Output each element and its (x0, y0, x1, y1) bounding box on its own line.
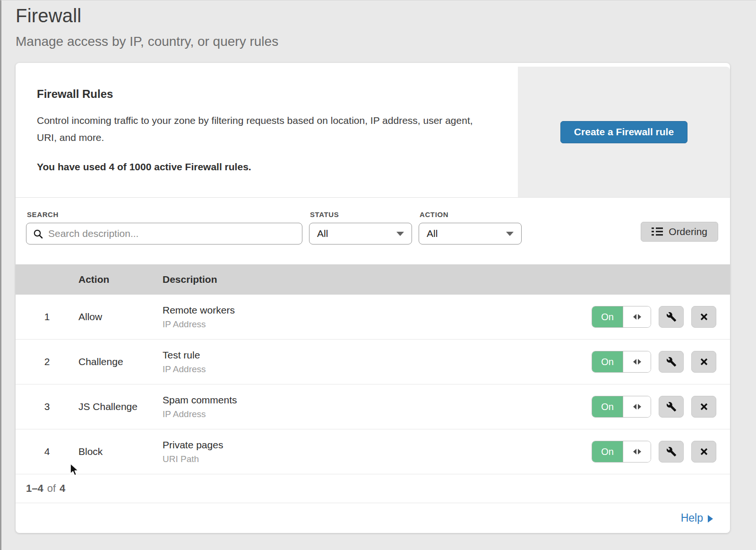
firewall-rules-card: Firewall Rules Control incoming traffic … (16, 63, 730, 198)
rule-description-cell: Remote workers IP Address (163, 305, 592, 330)
rule-description: Test rule (163, 349, 592, 361)
wrench-icon (666, 312, 677, 322)
search-label: SEARCH (27, 210, 302, 218)
page-subtitle: Manage access by IP, country, or query r… (16, 34, 756, 49)
rule-controls: On (592, 351, 730, 373)
description-column-header: Description (163, 274, 730, 285)
status-label: STATUS (310, 210, 412, 218)
rule-controls: On (592, 306, 730, 328)
pagination-range: 1–4 (26, 482, 43, 495)
rule-controls: On (592, 441, 730, 463)
ordering-button-label: Ordering (669, 226, 707, 237)
rule-description-cell: Private pages URI Path (163, 439, 592, 464)
help-link[interactable]: Help (681, 512, 713, 524)
rule-priority: 2 (16, 356, 78, 367)
drag-handle-icon[interactable] (623, 351, 651, 372)
drag-handle-icon[interactable] (623, 306, 651, 327)
status-select[interactable]: All (309, 223, 412, 244)
rule-priority: 3 (16, 401, 78, 412)
status-filter-group: STATUS All (309, 210, 412, 264)
rule-field: URI Path (163, 454, 592, 464)
search-icon (33, 229, 43, 239)
edit-rule-button[interactable] (659, 441, 684, 463)
help-row: Help (16, 503, 730, 533)
delete-rule-button[interactable] (691, 306, 716, 328)
help-label: Help (681, 512, 703, 524)
x-icon (699, 402, 709, 411)
x-icon (699, 312, 709, 322)
rule-description-cell: Test rule IP Address (163, 349, 592, 375)
edit-rule-button[interactable] (659, 396, 684, 418)
card-title: Firewall Rules (37, 87, 495, 101)
toggle-on-label: On (592, 306, 623, 327)
rules-usage-text: You have used 4 of 1000 active Firewall … (37, 161, 495, 173)
pagination-row: 1–4 of 4 (16, 474, 730, 503)
rule-field: IP Address (163, 364, 592, 375)
pagination-of: of (47, 482, 56, 495)
table-row: 3 JS Challenge Spam comments IP Address … (16, 384, 730, 429)
filter-bar: SEARCH STATUS All ACTION All (16, 198, 730, 264)
action-selected-value: All (427, 228, 438, 239)
drag-handle-icon[interactable] (623, 441, 651, 462)
drag-handle-icon[interactable] (623, 396, 651, 417)
ordering-button[interactable]: Ordering (641, 222, 718, 242)
x-icon (699, 357, 709, 367)
rule-action: JS Challenge (78, 401, 163, 412)
page-header: Firewall Manage access by IP, country, o… (1, 0, 756, 49)
search-box (26, 223, 302, 244)
toggle-on-label: On (592, 351, 623, 372)
wrench-icon (666, 402, 677, 412)
card-description: Control incoming traffic to your zone by… (37, 112, 486, 146)
table-row: 1 Allow Remote workers IP Address On (16, 295, 730, 340)
rule-enabled-toggle[interactable]: On (592, 396, 651, 418)
firewall-rules-info: Firewall Rules Control incoming traffic … (16, 63, 514, 197)
create-rule-section: Create a Firewall rule (518, 67, 730, 197)
edit-rule-button[interactable] (659, 351, 684, 373)
ordered-list-icon (652, 227, 663, 236)
create-firewall-rule-button[interactable]: Create a Firewall rule (560, 121, 687, 143)
x-icon (699, 447, 709, 456)
edit-rule-button[interactable] (659, 306, 684, 328)
delete-rule-button[interactable] (691, 351, 716, 373)
search-filter-group: SEARCH (26, 210, 302, 264)
table-header: Action Description (16, 264, 730, 295)
action-filter-group: ACTION All (419, 210, 522, 264)
table-row: 2 Challenge Test rule IP Address On (16, 340, 730, 384)
rule-enabled-toggle[interactable]: On (592, 306, 651, 328)
chevron-down-icon (396, 232, 404, 236)
firewall-panel: Firewall Rules Control incoming traffic … (16, 63, 730, 533)
rule-action: Block (78, 446, 163, 457)
rule-priority: 4 (16, 446, 78, 457)
rule-description-cell: Spam comments IP Address (163, 394, 592, 419)
pagination-total: 4 (60, 482, 65, 495)
rule-priority: 1 (16, 311, 78, 323)
rule-controls: On (592, 396, 730, 418)
rule-field: IP Address (163, 409, 592, 419)
rule-description: Spam comments (163, 394, 592, 406)
wrench-icon (666, 446, 677, 457)
action-label: ACTION (420, 210, 522, 218)
filter-spacer (522, 210, 641, 264)
action-select[interactable]: All (419, 223, 522, 244)
rule-enabled-toggle[interactable]: On (592, 441, 651, 463)
table-row: 4 Block Private pages URI Path On (16, 429, 730, 474)
wrench-icon (666, 357, 677, 367)
rule-action: Allow (78, 311, 163, 323)
rule-description: Private pages (163, 439, 592, 451)
chevron-down-icon (506, 232, 514, 236)
arrow-right-icon (708, 515, 713, 523)
rule-description: Remote workers (163, 305, 592, 316)
delete-rule-button[interactable] (691, 441, 716, 463)
search-input[interactable] (26, 223, 302, 244)
rule-action: Challenge (78, 356, 163, 367)
toggle-on-label: On (592, 441, 623, 462)
rule-enabled-toggle[interactable]: On (592, 351, 651, 373)
rule-field: IP Address (163, 319, 592, 330)
page-title: Firewall (16, 5, 756, 26)
action-column-header: Action (78, 274, 163, 285)
toggle-on-label: On (592, 396, 623, 417)
status-selected-value: All (317, 228, 328, 239)
delete-rule-button[interactable] (691, 396, 716, 418)
